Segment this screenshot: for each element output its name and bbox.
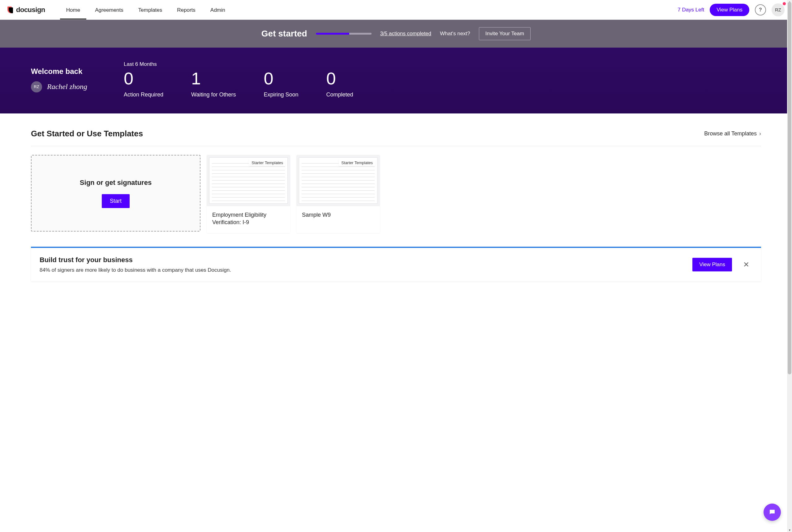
browse-label: Browse all Templates (704, 130, 757, 137)
stat-label: Expiring Soon (263, 92, 298, 98)
section-title: Get Started or Use Templates (31, 129, 143, 138)
view-plans-button[interactable]: View Plans (710, 4, 749, 16)
start-button[interactable]: Start (102, 194, 130, 208)
whats-next-label: What's next? (440, 31, 470, 37)
template-thumbnail: Starter Templates (299, 157, 377, 204)
stat-value: 1 (191, 70, 236, 87)
nav-reports[interactable]: Reports (171, 1, 202, 19)
user-signature: Rachel zhong (47, 82, 87, 91)
stat-action-required[interactable]: 0 Action Required (124, 70, 163, 98)
user-avatar[interactable]: RZ (772, 3, 785, 16)
stat-expiring[interactable]: 0 Expiring Soon (263, 70, 298, 98)
template-card-i9[interactable]: Starter Templates Employment Eligibility… (207, 155, 290, 233)
promo-banner: Build trust for your business 84% of sig… (31, 247, 761, 281)
template-title: Sample W9 (296, 206, 380, 233)
progress-bar (316, 33, 372, 35)
nav-home[interactable]: Home (60, 1, 86, 19)
browse-templates-link[interactable]: Browse all Templates › (704, 130, 761, 137)
template-card-w9[interactable]: Starter Templates Sample W9 (296, 155, 380, 233)
welcome-title: Welcome back (31, 67, 124, 76)
app-header: docusign Home Agreements Templates Repor… (0, 0, 792, 20)
stats-period: Last 6 Months (124, 61, 761, 68)
help-icon[interactable]: ? (755, 4, 766, 16)
welcome-panel: Welcome back RZ Rachel zhong Last 6 Mont… (0, 48, 792, 113)
logo-icon (7, 6, 14, 13)
close-icon[interactable]: ✕ (740, 259, 752, 271)
promo-subtitle: 84% of signers are more likely to do bus… (40, 267, 693, 273)
chevron-right-icon: › (759, 130, 761, 137)
stat-label: Waiting for Others (191, 92, 236, 98)
nav-admin[interactable]: Admin (204, 1, 232, 19)
stat-label: Action Required (124, 92, 163, 98)
nav-templates[interactable]: Templates (132, 1, 168, 19)
stat-waiting[interactable]: 1 Waiting for Others (191, 70, 236, 98)
promo-title: Build trust for your business (40, 256, 693, 264)
nav-agreements[interactable]: Agreements (89, 1, 130, 19)
stat-label: Completed (326, 92, 353, 98)
trial-days-left[interactable]: 7 Days Left (678, 7, 704, 13)
stat-value: 0 (263, 70, 298, 87)
stat-completed[interactable]: 0 Completed (326, 70, 353, 98)
main-nav: Home Agreements Templates Reports Admin (60, 1, 232, 19)
template-thumbnail: Starter Templates (209, 157, 288, 204)
template-title: Employment Eligibility Verification: I-9 (207, 206, 290, 233)
logo[interactable]: docusign (7, 6, 45, 14)
get-started-bar: Get started 3/5 actions completed What's… (0, 20, 792, 48)
template-badge: Starter Templates (249, 159, 286, 166)
invite-team-button[interactable]: Invite Your Team (479, 27, 531, 40)
sign-card: Sign or get signatures Start (31, 155, 201, 231)
promo-view-plans-button[interactable]: View Plans (693, 258, 732, 271)
template-badge: Starter Templates (339, 159, 375, 166)
main-content: Get Started or Use Templates Browse all … (0, 113, 792, 297)
sign-card-title: Sign or get signatures (80, 179, 152, 187)
stat-value: 0 (124, 70, 163, 87)
progress-fill (316, 33, 349, 35)
notification-dot-icon (783, 2, 786, 5)
progress-text-link[interactable]: 3/5 actions completed (380, 31, 431, 37)
scrollbar-thumb[interactable] (788, 2, 791, 297)
avatar-initials: RZ (772, 3, 785, 16)
get-started-title: Get started (261, 29, 307, 39)
stat-value: 0 (326, 70, 353, 87)
welcome-avatar: RZ (31, 81, 42, 92)
logo-text: docusign (16, 6, 45, 14)
vertical-scrollbar[interactable]: ▴ ▾ (787, 0, 792, 297)
